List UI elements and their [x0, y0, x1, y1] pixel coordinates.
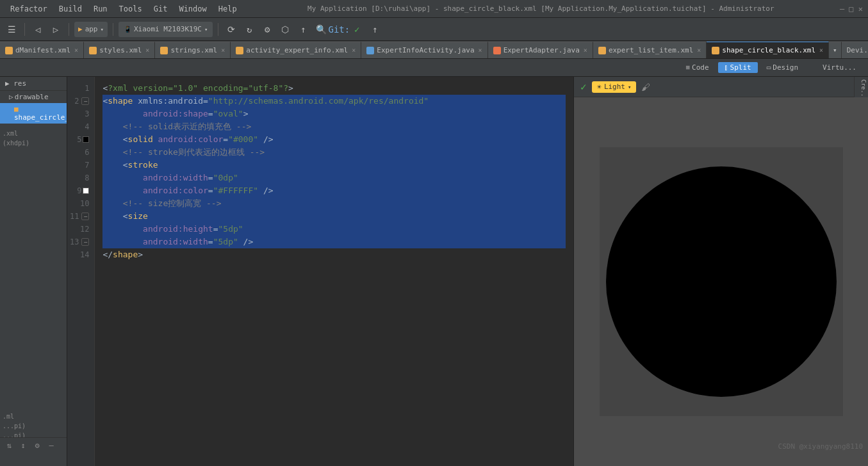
sidebar-file-label: shape_circle_black.xml	[14, 113, 67, 122]
tab-strings[interactable]: strings.xml ×	[155, 42, 231, 58]
code-view-btn[interactable]: ≡ Code	[679, 62, 715, 73]
light-badge[interactable]: ☀ Light ▾	[592, 81, 637, 93]
tab-label-shapecircle: shape_circle_black.xml	[722, 46, 815, 54]
git-push-icon[interactable]: ↑	[367, 22, 382, 37]
tab-label-activity: activity_expert_info.xml	[246, 46, 348, 54]
git-icon[interactable]: Git:	[331, 22, 347, 37]
tab-close-expertadapter[interactable]: ×	[584, 47, 587, 54]
tab-close-expertinfo[interactable]: ×	[479, 47, 482, 54]
tab-icon-xml-strings	[160, 47, 168, 54]
color-swatch-black	[83, 136, 89, 143]
tab-device[interactable]: Devi...	[842, 42, 868, 58]
split-view-btn[interactable]: ⫿ Split	[718, 62, 758, 73]
code-area[interactable]: <?xml version="1.0" encoding="utf-8"?> <…	[95, 77, 573, 466]
tab-dmanifest[interactable]: dManifest.xml ×	[0, 42, 84, 58]
tab-more[interactable]: ▾	[829, 42, 842, 58]
editor-content: 1 2 − 3 4 5 6 7 8 9 10	[67, 77, 573, 466]
app-dropdown[interactable]: ▶ app ▾	[74, 22, 108, 37]
menu-tools[interactable]: Tools	[114, 3, 147, 15]
main-area: ▶ res ▷ drawable ■ shape_circle_black.xm…	[0, 77, 868, 466]
update-icon[interactable]: ↑	[295, 22, 311, 37]
tab-shapecircle[interactable]: shape_circle_black.xml ×	[707, 42, 829, 58]
tab-label-expertlistitem: expert_list_item.xml	[609, 46, 693, 54]
watermark: CSDN @xiyangyang8110	[778, 442, 863, 451]
sidebar-drawable-arrow: ▷	[9, 93, 13, 101]
color-swatch-white	[83, 188, 89, 194]
split-icon: ⫿	[725, 63, 728, 72]
virtual-btn[interactable]: Virtu...	[816, 62, 863, 73]
tab-icon-xml-activity	[236, 47, 243, 54]
tab-expertadapter[interactable]: ExpertAdapter.java ×	[488, 42, 593, 58]
tab-close-expertlistitem[interactable]: ×	[697, 47, 701, 54]
tab-label-expertinfo: ExpertInfoActivity.java	[377, 46, 474, 54]
fold-11-icon[interactable]: −	[81, 213, 89, 220]
tab-icon-xml-expertlistitem	[598, 47, 606, 54]
tab-close-styles[interactable]: ×	[145, 47, 149, 54]
sidebar-shapefile[interactable]: ■ shape_circle_black.xml	[0, 103, 67, 124]
menu-run[interactable]: Run	[88, 3, 113, 15]
forward-icon[interactable]: ▷	[48, 22, 63, 37]
menu-refactor[interactable]: Refactor	[5, 3, 53, 15]
design-view-btn[interactable]: ▭ Design	[760, 62, 805, 73]
settings-icon[interactable]: ⚙	[259, 22, 275, 37]
code-line-9: android:color="#FFFFFF" />	[102, 184, 566, 197]
sidebar-drawable[interactable]: ▷ drawable	[0, 91, 67, 103]
check-icon[interactable]: ✓	[580, 81, 587, 93]
menu-build[interactable]: Build	[54, 3, 87, 15]
tab-label-expertadapter: ExpertAdapter.java	[504, 46, 580, 54]
line-num-4: 4	[70, 120, 92, 133]
bottom-close-icon[interactable]: —	[46, 440, 56, 451]
sidebar-item-ml: .ml	[0, 412, 67, 421]
tab-close-shapecircle[interactable]: ×	[819, 47, 823, 54]
sidebar-res-label: ▶ res	[5, 79, 26, 88]
tabs-bar: dManifest.xml × styles.xml × strings.xml…	[0, 41, 868, 59]
tab-icon-java-expertinfo	[366, 47, 374, 54]
menu-help[interactable]: Help	[213, 3, 242, 15]
bottom-settings-icon[interactable]: ⚙	[32, 440, 42, 451]
editor[interactable]: 1 2 − 3 4 5 6 7 8 9 10	[67, 77, 573, 466]
menu-git[interactable]: Git	[149, 3, 173, 15]
title-bar: Refactor Build Run Tools Git Window Help…	[0, 0, 868, 18]
toolbar-menu-icon[interactable]: ☰	[4, 22, 19, 37]
window-title: My Application [D:\ruhai\app] - shape_ci…	[242, 4, 840, 13]
bottom-tools: ⇅ ↕ ⚙ —	[0, 437, 67, 453]
tab-expertlistitem[interactable]: expert_list_item.xml ×	[593, 42, 707, 58]
tab-close-strings[interactable]: ×	[221, 47, 225, 54]
menu-window[interactable]: Window	[174, 3, 211, 15]
tab-close-activity[interactable]: ×	[352, 47, 356, 54]
right-panel: ✓ ☀ Light ▾ 🖌 Cre... AP... 30	[573, 77, 868, 466]
paintbrush-icon[interactable]: 🖌	[641, 82, 650, 92]
light-label: Light	[604, 83, 625, 91]
line-num-9: 9	[70, 184, 92, 197]
back-icon[interactable]: ◁	[30, 22, 45, 37]
line-num-11: 11 −	[70, 210, 92, 223]
code-icon: ≡	[685, 63, 690, 72]
plugin-icon[interactable]: ⬡	[277, 22, 293, 37]
tab-icon-xml-shapecircle	[712, 47, 719, 54]
toolbar: ☰ ◁ ▷ ▶ app ▾ 📱 Xiaomi M2103K19C ▾ ⟳ ↻ ⚙…	[0, 18, 868, 41]
toolbar-separator-3	[113, 23, 113, 36]
tab-activity[interactable]: activity_expert_info.xml ×	[231, 42, 361, 58]
fold-13-icon[interactable]: −	[81, 238, 89, 246]
checkmark-icon[interactable]: ✓	[349, 22, 364, 37]
search-icon[interactable]: 🔍	[313, 22, 329, 37]
line-num-13: 13 −	[70, 236, 92, 248]
code-line-4: <!-- solid表示近的填充色 -->	[102, 120, 566, 133]
tab-styles[interactable]: styles.xml ×	[84, 42, 155, 58]
sync-icon[interactable]: ⟳	[224, 22, 239, 37]
code-line-14: </shape>	[102, 248, 566, 261]
preview-area	[574, 97, 868, 466]
code-line-5: <solid android:color="#000" />	[102, 133, 566, 146]
fold-2-icon[interactable]: −	[81, 97, 89, 105]
device-dropdown[interactable]: 📱 Xiaomi M2103K19C ▾	[119, 22, 213, 37]
sidebar-item-xhdpi: (xhdpi)	[0, 138, 67, 148]
code-line-13: android:width="5dp" />	[102, 236, 566, 248]
bottom-align-icon[interactable]: ⇅	[4, 440, 14, 451]
tab-expertinfo[interactable]: ExpertInfoActivity.java ×	[361, 42, 487, 58]
refresh-icon[interactable]: ↻	[242, 22, 257, 37]
black-circle-shape	[606, 166, 837, 397]
tab-close-dmanifest[interactable]: ×	[74, 47, 78, 54]
code-line-2: <shape xmlns:android="http://schemas.and…	[102, 95, 566, 108]
line-num-1: 1	[70, 82, 92, 95]
bottom-expand-icon[interactable]: ↕	[18, 440, 28, 451]
